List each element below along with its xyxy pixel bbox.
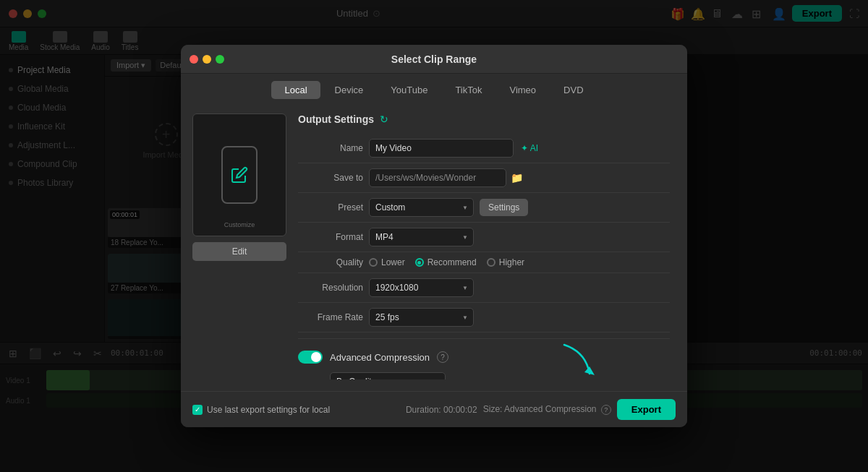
size-label: Size: [483, 404, 503, 414]
checkbox-label: Use last export settings for local [207, 405, 330, 415]
clip-preview-pane: Customize Edit [192, 113, 286, 379]
preset-select[interactable]: Custom [369, 198, 474, 217]
dialog-footer: Use last export settings for local Durat… [181, 391, 687, 427]
select-clip-range-dialog: Select Clip Range Local Device YouTube T… [181, 45, 687, 427]
refresh-icon[interactable]: ↻ [380, 113, 388, 125]
output-settings-pane: Output Settings ↻ Name ✦ AI Save to [298, 113, 676, 379]
settings-header: Output Settings ↻ [298, 113, 676, 125]
radio-dot-lower [369, 258, 378, 267]
export-button[interactable]: Export [617, 399, 676, 420]
frame-rate-label: Frame Rate [298, 312, 363, 322]
size-value: Advanced Compression [504, 404, 596, 414]
footer-info: Duration: 00:00:02 Size: Advanced Compre… [406, 399, 676, 420]
tab-vimeo[interactable]: Vimeo [496, 81, 549, 99]
preset-field-value: Custom Settings [369, 198, 670, 217]
dialog-tabs: Local Device YouTube TikTok Vimeo DVD [181, 74, 687, 105]
preset-select-wrapper: Custom [369, 198, 474, 217]
resolution-select-wrapper: 1920x1080 [369, 278, 474, 297]
dialog-overlay: Select Clip Range Local Device YouTube T… [0, 0, 868, 472]
quality-recommend[interactable]: Recommend [415, 257, 477, 267]
name-field-row: Name ✦ AI [298, 134, 670, 163]
frame-rate-select-wrapper: 25 fps [369, 308, 474, 327]
quality-field-row: Quality Lower Recommend [298, 252, 670, 273]
format-field-value: MP4 [369, 228, 670, 246]
name-input[interactable] [369, 139, 514, 158]
format-label: Format [298, 232, 363, 242]
format-select-wrapper: MP4 [369, 228, 474, 246]
dialog-zoom-btn[interactable] [216, 55, 224, 64]
clip-thumbnail: Customize [192, 113, 286, 236]
settings-scroll[interactable]: Name ✦ AI Save to 📁 [298, 134, 676, 379]
tab-device[interactable]: Device [322, 81, 377, 99]
checkbox-area: Use last export settings for local [192, 405, 330, 415]
resolution-label: Resolution [298, 283, 363, 293]
advanced-help-icon[interactable]: ? [437, 351, 448, 363]
tab-tiktok[interactable]: TikTok [442, 81, 495, 99]
dialog-minimize-btn[interactable] [203, 55, 211, 64]
resolution-field-value: 1920x1080 [369, 278, 670, 297]
tab-local[interactable]: Local [271, 81, 320, 99]
save-to-label: Save to [298, 173, 363, 183]
radio-dot-higher [487, 258, 495, 267]
quality-lower[interactable]: Lower [369, 257, 405, 267]
size-text: Size: Advanced Compression ? [483, 404, 611, 415]
dialog-traffic-lights [190, 55, 224, 64]
frame-rate-field-value: 25 fps [369, 308, 670, 327]
compression-dropdowns: By Quality 80% [298, 369, 670, 379]
advanced-compression-toggle[interactable] [298, 351, 323, 364]
clip-phone-graphic [221, 146, 258, 204]
dialog-title: Select Clip Range [391, 53, 477, 65]
name-label: Name [298, 143, 363, 153]
preset-label: Preset [298, 202, 363, 213]
size-help-icon[interactable]: ? [601, 405, 611, 415]
advanced-compression-label: Advanced Compression [330, 352, 430, 363]
tab-dvd[interactable]: DVD [550, 81, 596, 99]
duration-text: Duration: 00:00:02 [406, 405, 477, 415]
format-field-row: Format MP4 [298, 223, 670, 252]
name-field-value: ✦ AI [369, 139, 670, 158]
quality-label: Quality [298, 257, 363, 267]
divider [298, 338, 670, 339]
duration-label: Duration: [406, 405, 441, 415]
save-to-field-value: 📁 [369, 168, 670, 187]
preset-field-row: Preset Custom Settings [298, 193, 670, 223]
quality-lower-label: Lower [381, 257, 405, 267]
duration-value: 00:00:02 [443, 405, 477, 415]
format-select[interactable]: MP4 [369, 228, 474, 246]
by-quality-select-wrapper: By Quality [330, 372, 670, 379]
dialog-title-bar: Select Clip Range [181, 45, 687, 74]
frame-rate-select[interactable]: 25 fps [369, 308, 474, 327]
resolution-select[interactable]: 1920x1080 [369, 278, 474, 297]
quality-field-value: Lower Recommend Higher [369, 257, 670, 267]
radio-dot-recommend [415, 258, 424, 267]
resolution-field-row: Resolution 1920x1080 [298, 273, 670, 303]
output-settings-title: Output Settings [298, 113, 374, 125]
quality-higher[interactable]: Higher [487, 257, 524, 267]
clip-edit-button[interactable]: Edit [192, 242, 286, 261]
edit-svg-icon [231, 166, 248, 184]
dialog-close-btn[interactable] [190, 55, 198, 64]
tab-youtube[interactable]: YouTube [378, 81, 441, 99]
dialog-body: Customize Edit Output Settings ↻ Name [181, 105, 687, 391]
save-to-input[interactable] [369, 168, 506, 187]
last-export-checkbox[interactable] [192, 405, 203, 415]
preset-settings-button[interactable]: Settings [480, 199, 528, 216]
frame-rate-field-row: Frame Rate 25 fps [298, 303, 670, 332]
ai-icon[interactable]: ✦ AI [521, 143, 538, 153]
save-to-field-row: Save to 📁 [298, 163, 670, 193]
quality-higher-label: Higher [499, 257, 524, 267]
advanced-compression-row: Advanced Compression ? [298, 345, 670, 369]
folder-browse-button[interactable]: 📁 [511, 172, 523, 184]
by-quality-select[interactable]: By Quality [330, 372, 446, 379]
quality-recommend-label: Recommend [427, 257, 477, 267]
